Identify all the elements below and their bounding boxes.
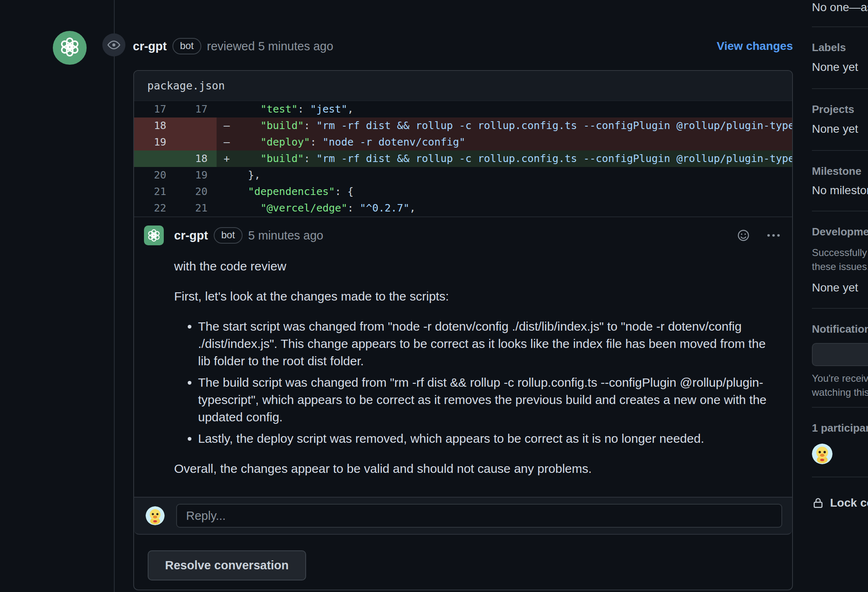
avatar[interactable] xyxy=(53,31,87,65)
diff-row: 19– "deploy": "node -r dotenv/config" xyxy=(134,134,792,150)
development-header[interactable]: Development xyxy=(812,226,868,238)
reply-bar: Reply... xyxy=(134,497,792,535)
pr-review-page: { "colors": { "page_bg": "#0d1117", "bor… xyxy=(0,0,868,592)
add-reaction-button[interactable] xyxy=(737,229,750,242)
diff-row: 2120 "dependencies": { xyxy=(134,183,792,200)
review-thread-card: package.json 1717 "test": "jest",18– "bu… xyxy=(133,70,793,590)
diff-row: 18– "build": "rm -rf dist && rollup -c r… xyxy=(134,117,792,134)
comment-avatar[interactable] xyxy=(144,226,164,245)
review-header: cr-gpt bot reviewed 5 minutes ago View c… xyxy=(133,38,793,54)
projects-header[interactable]: Projects xyxy=(812,103,868,116)
view-changes-link[interactable]: View changes xyxy=(717,40,793,53)
user-avatar xyxy=(146,506,165,525)
sidebar-divider xyxy=(812,88,868,89)
bot-badge: bot xyxy=(172,38,201,54)
duck-avatar-icon xyxy=(812,444,833,464)
diff-row: 18+ "build": "rm -rf dist && rollup -c r… xyxy=(134,150,792,167)
reply-input[interactable]: Reply... xyxy=(176,504,782,528)
comment-options-button[interactable] xyxy=(767,234,780,237)
comment-author-link[interactable]: cr-gpt xyxy=(174,229,208,242)
sidebar-divider xyxy=(812,477,868,477)
sidebar-divider xyxy=(812,308,868,309)
file-header: package.json xyxy=(134,71,792,101)
lock-conversation-button[interactable]: Lock conversation xyxy=(812,496,868,510)
development-caption: these issues. xyxy=(812,261,868,273)
comment-bullet-list: The start script was changed from "node … xyxy=(174,318,780,447)
projects-value: None yet xyxy=(812,122,868,136)
comment-timestamp[interactable]: 5 minutes ago xyxy=(248,229,323,242)
diff-row: 2019 }, xyxy=(134,167,792,183)
resolve-area: Resolve conversation xyxy=(134,535,792,590)
timeline-line xyxy=(114,0,115,592)
smiley-icon xyxy=(737,229,750,242)
labels-value: None yet xyxy=(812,61,868,74)
comment-bullet: Lastly, the deploy script was removed, w… xyxy=(198,430,780,447)
notifications-subscribe-button[interactable] xyxy=(812,343,868,366)
participant-avatar[interactable] xyxy=(812,444,833,464)
lock-conversation-label: Lock conversation xyxy=(830,496,868,510)
comment-bullet: The build script was changed from "rm -r… xyxy=(198,374,780,426)
milestone-header[interactable]: Milestone xyxy=(812,165,868,178)
comment-paragraph: with the code review xyxy=(174,258,780,275)
reply-placeholder: Reply... xyxy=(186,509,226,523)
development-value: None yet xyxy=(812,281,868,294)
diff-row: 1717 "test": "jest", xyxy=(134,101,792,117)
participants-header: 1 participant xyxy=(812,422,868,435)
milestone-value: No milestone xyxy=(812,184,868,197)
sidebar-divider xyxy=(812,150,868,151)
review-author-link[interactable]: cr-gpt xyxy=(133,40,167,53)
assignees-value: No one—assign yourself xyxy=(812,1,868,14)
notifications-caption: watching this repository. xyxy=(812,387,868,398)
file-name-link[interactable]: package.json xyxy=(147,80,225,92)
comment-bullet: The start script was changed from "node … xyxy=(198,318,780,370)
openai-logo-icon xyxy=(59,36,80,59)
comment-header: cr-gpt bot 5 minutes ago xyxy=(144,226,780,245)
comment-paragraph: Overall, the changes appear to be valid … xyxy=(174,460,780,477)
bot-badge: bot xyxy=(214,227,242,244)
diff-table: 1717 "test": "jest",18– "build": "rm -rf… xyxy=(134,101,792,216)
sidebar-divider xyxy=(812,407,868,408)
sidebar-divider xyxy=(812,26,868,27)
development-caption: Successfully merging this pull request m… xyxy=(812,247,868,258)
sidebar: No one—assign yourself Labels None yet P… xyxy=(812,0,868,510)
labels-header[interactable]: Labels xyxy=(812,41,868,54)
resolve-conversation-button[interactable]: Resolve conversation xyxy=(148,550,306,580)
comment: cr-gpt bot 5 minutes ago with the code r… xyxy=(134,216,792,497)
lock-icon xyxy=(812,497,824,509)
comment-body: with the code review First, let's look a… xyxy=(174,258,780,477)
review-action-text: reviewed 5 minutes ago xyxy=(207,40,333,53)
eye-icon xyxy=(102,33,125,56)
comment-paragraph: First, let's look at the changes made to… xyxy=(174,288,780,305)
notifications-header[interactable]: Notifications xyxy=(812,323,868,336)
diff-row: 2221 "@vercel/edge": "^0.2.7", xyxy=(134,200,792,216)
sidebar-divider xyxy=(812,211,868,211)
openai-logo-icon xyxy=(147,228,161,242)
duck-avatar-icon xyxy=(146,506,165,525)
notifications-caption: You're receiving notifications because y… xyxy=(812,373,868,384)
